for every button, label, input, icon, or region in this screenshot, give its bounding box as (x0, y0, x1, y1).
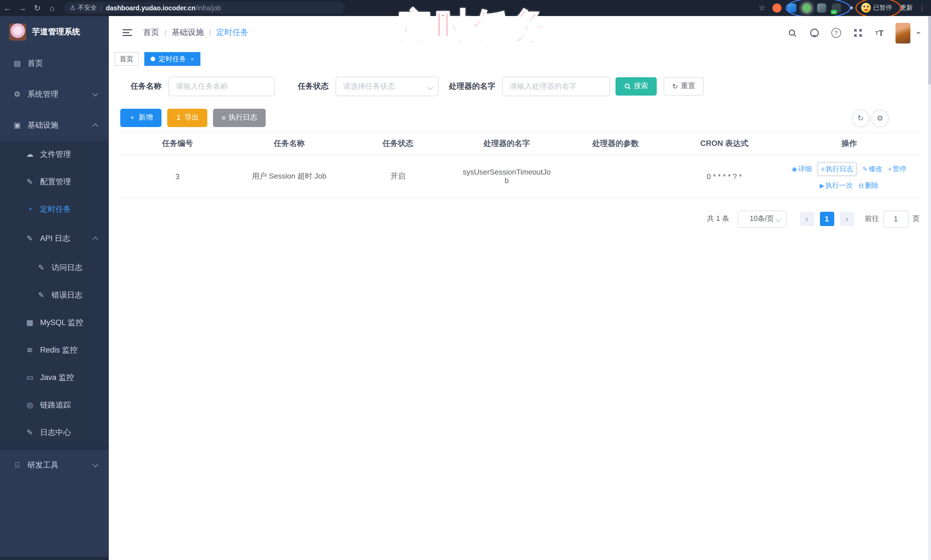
sidebar-collapse-icon[interactable] (123, 29, 132, 37)
run-once-link[interactable]: ▶执行一次 (820, 180, 853, 190)
sidebar-item-infrastructure[interactable]: ▣ 基础设施 (0, 109, 109, 140)
app-title: 芋道管理系统 (32, 27, 80, 37)
reset-button[interactable]: ↻ 重置 (664, 77, 704, 95)
database-icon: ▦ (25, 318, 34, 327)
user-avatar[interactable] (896, 23, 910, 43)
app-logo-row[interactable]: 芋道管理系统 (0, 16, 109, 48)
extension-icon[interactable] (787, 3, 797, 12)
delete-link[interactable]: ⊟删除 (859, 180, 879, 190)
next-page-button[interactable]: › (840, 212, 854, 226)
play-icon: ▶ (820, 182, 824, 189)
sidebar-item-label: 日志中心 (40, 427, 71, 437)
scrollbar-thumb[interactable] (928, 16, 931, 85)
page-size-select[interactable]: 10条/页 (737, 210, 786, 228)
monitor-icon: ▭ (25, 373, 34, 382)
github-icon[interactable] (808, 27, 820, 38)
download-icon: ↧ (176, 114, 182, 122)
sidebar-item-label: 基础设施 (28, 120, 59, 130)
fullscreen-icon[interactable] (852, 27, 863, 38)
extension-icon[interactable] (817, 3, 826, 12)
sidebar-item-config-management[interactable]: ✎ 配置管理 (0, 168, 109, 195)
sidebar-item-home[interactable]: ▤ 首页 (0, 48, 109, 79)
extension-on-icon[interactable]: on (832, 3, 841, 12)
export-button[interactable]: ↧ 导出 (167, 108, 207, 127)
col-task-name: 任务名称 (235, 138, 344, 149)
tag-home[interactable]: 首页 (114, 52, 139, 66)
eye-icon: ◎ (25, 401, 34, 409)
clock-icon: ◔ (25, 205, 34, 214)
browser-home-icon[interactable]: ⌂ (45, 3, 60, 12)
log-icon: ✎ (25, 234, 34, 243)
layers-icon: ≋ (25, 346, 34, 354)
search-button[interactable]: 搜索 (615, 77, 657, 95)
sidebar-item-trace[interactable]: ◎ 链路追踪 (0, 391, 109, 418)
sidebar-divider (0, 446, 109, 449)
breadcrumb-separator: / (164, 28, 166, 37)
sidebar-item-log-center[interactable]: ✎ 日志中心 (0, 418, 109, 446)
row-execution-log-label: 执行日志 (826, 164, 853, 174)
table-settings-button[interactable]: ⚙ (871, 109, 889, 127)
execution-log-button[interactable]: ≡ 执行日志 (213, 108, 266, 127)
breadcrumb-infrastructure[interactable]: 基础设施 (172, 27, 204, 37)
browser-menu-icon[interactable]: ⋮ (919, 4, 925, 12)
avatar-caret-icon[interactable] (916, 32, 921, 36)
main-content: 任务名称 请输入任务名称 任务状态 请选择任务状态 处理器的名字 请输入处理器的… (109, 67, 931, 560)
log-icon: ✎ (37, 291, 46, 299)
sidebar-item-dev-tools[interactable]: ⌺ 研发工具 (0, 449, 109, 480)
breadcrumb: 首页 / 基础设施 / 定时任务 (143, 27, 248, 37)
sidebar-item-redis-monitor[interactable]: ≋ Redis 监控 (0, 336, 109, 364)
table-refresh-button[interactable]: ↻ (852, 109, 869, 127)
breadcrumb-home[interactable]: 首页 (143, 27, 159, 37)
row-execution-log-link[interactable]: ≡执行日志 (818, 162, 857, 175)
bookmark-star-icon[interactable]: ☆ (757, 3, 767, 12)
browser-extensions-area: ☆ on ✦ 已暂停 更新 ⋮ (755, 0, 931, 16)
sidebar-item-label: 访问日志 (51, 262, 82, 273)
tag-scheduled-tasks[interactable]: 定时任务 × (144, 52, 200, 66)
extension-icon[interactable] (772, 3, 781, 12)
goto-page-input[interactable] (883, 210, 908, 228)
sidebar-item-mysql-monitor[interactable]: ▦ MySQL 监控 (0, 309, 109, 336)
execution-log-button-label: 执行日志 (228, 113, 257, 123)
task-name-input[interactable]: 请输入任务名称 (168, 76, 275, 96)
sidebar-item-file-management[interactable]: ☁ 文件管理 (0, 140, 109, 168)
emoji-extension-icon[interactable] (861, 3, 871, 13)
sidebar-bottom-strip (0, 557, 109, 560)
log-icon: ✎ (25, 428, 34, 437)
extensions-puzzle-icon[interactable]: ✦ (847, 3, 856, 12)
sidebar-item-label: 首页 (28, 58, 43, 68)
page-size-value: 10条/页 (750, 214, 774, 224)
handler-name-input[interactable]: 请输入处理器的名字 (502, 76, 610, 96)
tag-close-icon[interactable]: × (191, 56, 194, 62)
sidebar-item-label: 错误日志 (51, 290, 82, 300)
browser-back-icon[interactable]: ← (0, 3, 15, 12)
help-icon[interactable]: ? (830, 27, 842, 38)
extension-icon[interactable] (802, 3, 811, 12)
edit-link[interactable]: ✎修改 (862, 162, 882, 175)
refresh-icon: ↻ (857, 114, 864, 123)
browser-scrollbar[interactable] (928, 16, 931, 560)
sidebar-item-api-logs[interactable]: ✎ API 日志 (0, 223, 109, 254)
browser-forward-icon[interactable]: → (15, 3, 30, 12)
search-icon (624, 83, 631, 89)
sidebar-item-label: 定时任务 (40, 204, 71, 214)
detail-link[interactable]: ◉详细 (792, 162, 812, 175)
browser-update-button[interactable]: 更新 (900, 4, 913, 12)
paused-label[interactable]: 已暂停 (873, 4, 892, 12)
address-bar[interactable]: ⚠ 不安全 dashboard.yudao.iocoder.cn /infra/… (64, 2, 345, 14)
font-size-icon[interactable]: TT (874, 27, 885, 38)
sidebar-item-scheduled-tasks[interactable]: ◔ 定时任务 (0, 195, 109, 223)
add-button[interactable]: ＋ 新增 (120, 108, 162, 127)
task-status-select[interactable]: 请选择任务状态 (336, 76, 439, 96)
sidebar-item-access-logs[interactable]: ✎ 访问日志 (0, 254, 109, 281)
prev-page-button[interactable]: ‹ (800, 212, 814, 226)
search-icon[interactable] (787, 27, 798, 38)
pause-link[interactable]: ×暂停 (888, 162, 906, 175)
sidebar-item-system-management[interactable]: ⚙ 系统管理 (0, 79, 109, 109)
sidebar-item-java-monitor[interactable]: ▭ Java 监控 (0, 364, 109, 391)
sidebar-item-error-logs[interactable]: ✎ 错误日志 (0, 281, 109, 309)
browser-reload-icon[interactable]: ↻ (30, 3, 45, 12)
trash-icon: ⊟ (859, 182, 864, 189)
refresh-icon: ↻ (672, 82, 678, 90)
page-1-button[interactable]: 1 (820, 212, 834, 226)
security-label[interactable]: 不安全 (78, 4, 97, 12)
